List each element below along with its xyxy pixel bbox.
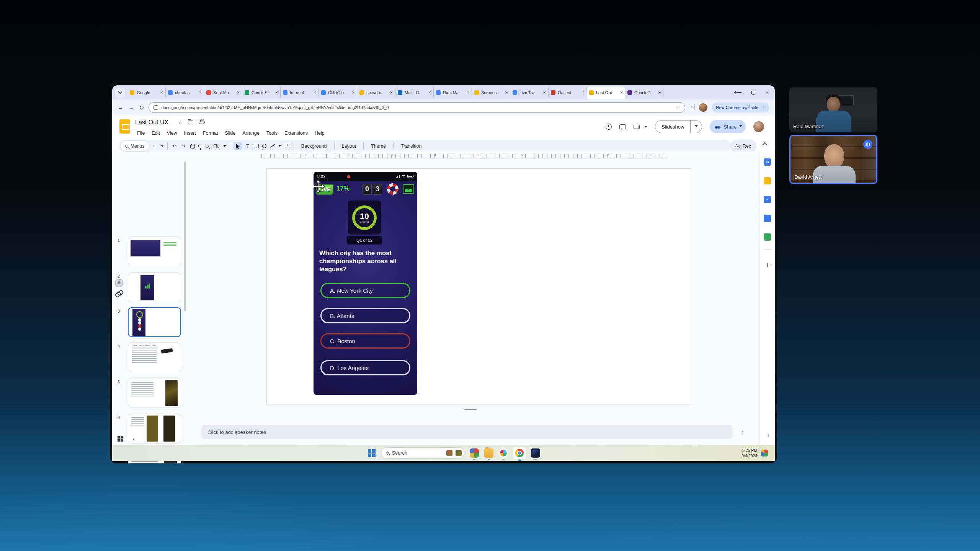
collapse-toolbar-icon[interactable] xyxy=(762,142,767,147)
address-bar[interactable]: docs.google.com/presentation/d/14l2-LME_… xyxy=(149,102,685,113)
slide-thumbnail[interactable] xyxy=(128,378,181,408)
comments-icon[interactable] xyxy=(619,124,626,129)
tab-close-icon[interactable]: × xyxy=(620,90,623,95)
quiz-phone-mockup[interactable]: 8:02 LIVE 17% xyxy=(314,172,417,395)
line-caret[interactable] xyxy=(278,145,281,148)
filmstrip-scrollbar[interactable] xyxy=(184,161,186,311)
taskbar-app-icon[interactable] xyxy=(499,448,508,458)
print-icon[interactable] xyxy=(190,145,195,148)
participant-video-speaking[interactable]: David Arnett xyxy=(789,135,877,184)
browser-tab[interactable]: Chuck S × xyxy=(242,88,281,98)
menu-item[interactable]: View xyxy=(164,129,180,137)
taskbar-clock[interactable]: 5:25 PM 9/4/2024 xyxy=(742,448,757,458)
browser-tab[interactable]: crowd-c × xyxy=(357,88,395,98)
theme-button[interactable]: Theme xyxy=(367,143,390,149)
side-panel-icon[interactable] xyxy=(690,105,694,110)
text-box-button[interactable]: T xyxy=(245,143,250,150)
transition-button[interactable]: Transition xyxy=(397,143,425,149)
browser-tab[interactable]: Raul Ma × xyxy=(434,88,472,98)
side-panel-app-icon[interactable]: ✓ xyxy=(764,196,771,203)
speaker-notes-input[interactable]: Click to add speaker notes xyxy=(201,425,732,439)
new-slide-caret[interactable] xyxy=(161,145,164,148)
browser-tab[interactable]: Mail - D × xyxy=(395,88,434,98)
taskbar-search[interactable]: Search xyxy=(381,447,464,459)
tab-close-icon[interactable]: × xyxy=(390,90,393,95)
back-button[interactable]: ← xyxy=(118,104,124,111)
menu-item[interactable]: Help xyxy=(312,129,327,137)
share-dropdown[interactable] xyxy=(736,120,746,133)
browser-menu-icon[interactable]: ⋮ xyxy=(761,105,766,111)
tab-close-icon[interactable]: × xyxy=(505,90,508,95)
tab-list-button[interactable] xyxy=(115,88,125,98)
collapse-filmstrip-icon[interactable]: ‹ xyxy=(133,435,135,442)
browser-profile-avatar[interactable] xyxy=(699,103,707,112)
tab-close-icon[interactable]: × xyxy=(160,90,163,95)
menu-item[interactable]: Edit xyxy=(149,129,163,137)
tab-close-icon[interactable]: × xyxy=(467,90,469,95)
tab-close-icon[interactable]: × xyxy=(237,90,240,95)
browser-tab[interactable]: CHUC b × xyxy=(319,88,357,98)
collaborator-presence-chip[interactable] xyxy=(115,279,123,287)
search-menus-button[interactable]: Menus xyxy=(121,141,149,151)
browser-tab[interactable]: Chuck 2 × xyxy=(625,88,663,98)
close-window-button[interactable]: × xyxy=(765,90,769,95)
tab-close-icon[interactable]: × xyxy=(314,90,316,95)
paint-format-icon[interactable] xyxy=(198,145,202,147)
tab-close-icon[interactable]: × xyxy=(199,90,201,95)
side-panel-app-icon[interactable]: 31 xyxy=(764,158,771,166)
tab-close-icon[interactable]: × xyxy=(543,90,546,95)
record-button[interactable]: Rec xyxy=(730,140,756,152)
side-panel-app-icon[interactable] xyxy=(764,233,771,241)
tab-close-icon[interactable]: × xyxy=(352,90,354,95)
browser-tab[interactable]: Sent Ma × xyxy=(204,88,242,98)
chrome-taskbar-icon[interactable] xyxy=(513,447,526,459)
slideshow-button[interactable]: Slideshow xyxy=(655,120,702,133)
browser-tab[interactable]: Screens × xyxy=(472,88,510,98)
insert-comment-icon[interactable] xyxy=(285,144,290,148)
insert-line-icon[interactable] xyxy=(270,143,275,148)
tab-close-icon[interactable]: × xyxy=(428,90,431,95)
meet-caret-icon[interactable] xyxy=(644,126,647,129)
answer-option[interactable]: D. Los Angeles xyxy=(320,360,410,375)
slide-thumbnail[interactable] xyxy=(128,307,181,337)
redo-button[interactable]: ↷ xyxy=(181,143,187,150)
get-addons-button[interactable]: + xyxy=(765,261,769,269)
browser-tab[interactable]: Internal × xyxy=(281,88,319,98)
answer-option[interactable]: A. New York City xyxy=(320,283,410,298)
browser-tab[interactable]: Live Tra × xyxy=(510,88,549,98)
slide-thumbnail[interactable] xyxy=(128,236,181,266)
fit-zoom-button[interactable]: Fit xyxy=(212,143,219,150)
browser-tab[interactable]: Last Out × xyxy=(587,86,625,99)
menu-item[interactable]: Tools xyxy=(264,129,280,137)
site-info-icon[interactable] xyxy=(154,105,158,110)
next-panel-icon[interactable]: › xyxy=(742,428,744,435)
minimize-button[interactable] xyxy=(737,92,742,93)
browser-tab[interactable]: Outlast × xyxy=(549,88,587,98)
browser-tab[interactable]: Google × xyxy=(127,88,166,98)
taskbar-app-icon[interactable] xyxy=(484,448,493,458)
menu-item[interactable]: File xyxy=(134,129,147,137)
bookmark-star-icon[interactable]: ☆ xyxy=(676,104,681,111)
select-tool-button[interactable] xyxy=(234,142,242,150)
answer-option[interactable]: C. Boston xyxy=(320,333,410,349)
layout-button[interactable]: Layout xyxy=(338,143,360,149)
show-side-panel-icon[interactable]: › xyxy=(768,432,769,438)
account-avatar[interactable] xyxy=(753,121,764,132)
start-button[interactable] xyxy=(368,449,376,457)
zoom-icon[interactable] xyxy=(206,145,209,148)
slide-thumbnail[interactable]: Game Card & Theme Colors xyxy=(128,342,181,372)
menu-item[interactable]: Slide xyxy=(222,129,238,137)
notification-icon[interactable] xyxy=(761,450,768,456)
grid-view-icon[interactable] xyxy=(118,436,123,442)
browser-tab[interactable]: chuck-s × xyxy=(166,88,204,98)
slide-resize-handle[interactable] xyxy=(464,409,477,410)
slide-thumbnail[interactable] xyxy=(128,272,181,302)
menu-item[interactable]: Extensions xyxy=(282,129,310,137)
menu-item[interactable]: Insert xyxy=(181,129,199,137)
star-document-icon[interactable]: ☆ xyxy=(178,119,183,125)
background-button[interactable]: Background xyxy=(297,143,331,149)
tab-close-icon[interactable]: × xyxy=(658,90,661,95)
insert-shape-icon[interactable] xyxy=(262,144,266,148)
taskbar-app-icon[interactable] xyxy=(531,448,540,458)
lifeline-ring-icon[interactable] xyxy=(387,183,399,195)
